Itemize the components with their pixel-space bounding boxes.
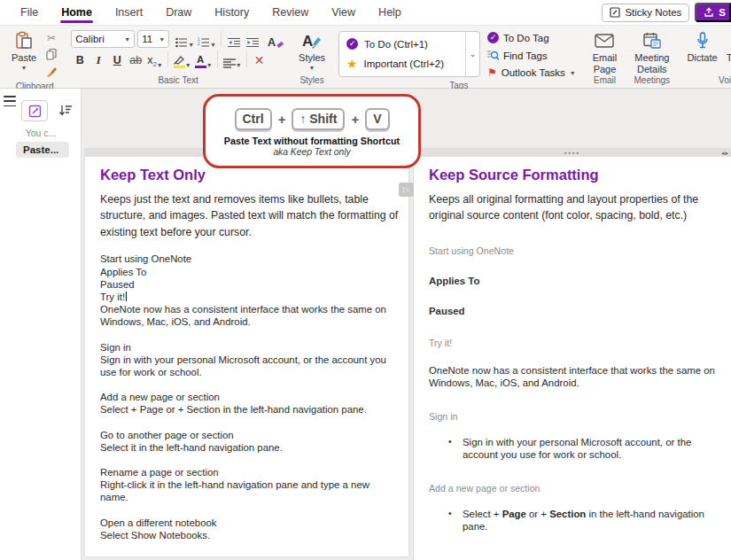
todo-check-icon: ✓ — [487, 32, 499, 43]
text-line[interactable]: Select + Page or + Section in the left-h… — [100, 403, 400, 416]
microphone-icon — [696, 31, 709, 51]
text-line[interactable]: Rename a page or section — [100, 466, 400, 478]
delete-button[interactable]: ✕ — [251, 51, 268, 68]
menu-tab-view[interactable]: View — [320, 2, 367, 24]
styles-icon: A — [302, 31, 322, 51]
clear-formatting-letter: A — [268, 37, 276, 49]
menu-tab-insert[interactable]: Insert — [104, 2, 154, 24]
highlighter-icon — [174, 55, 185, 65]
text-block[interactable]: •Select + Page or + Section in the left-… — [429, 508, 719, 533]
highlight-button[interactable]: ▼ — [172, 51, 192, 68]
todo-check-icon: ✓ — [346, 38, 358, 50]
text-line[interactable]: OneNote now has a consistent interface t… — [100, 303, 400, 328]
plus-sign: + — [351, 112, 359, 127]
text-line[interactable]: Sign in with your personal Microsoft acc… — [100, 354, 400, 378]
basic-text-row-2: B I U ab x 2 ▼ — [71, 51, 285, 68]
font-size-select[interactable]: 11 ▼ — [137, 30, 169, 48]
dictate-button[interactable]: Dictate — [682, 28, 721, 64]
font-size-value: 11 — [142, 34, 152, 44]
text-line[interactable]: Try it! — [100, 291, 400, 303]
section-heading[interactable]: Start using OneNote — [429, 245, 719, 256]
menu-tab-review[interactable]: Review — [261, 2, 320, 24]
transcribe-button[interactable]: Transcribe ▼ — [722, 28, 731, 71]
text-line[interactable]: Select Show Notebooks. — [100, 529, 400, 541]
email-page-button[interactable]: Email Page — [588, 28, 622, 74]
font-color-button[interactable]: A ▼ — [193, 51, 214, 68]
text-line[interactable]: Add a new page or section — [100, 391, 400, 403]
tag-gallery: ✓ To Do (Ctrl+1) ★ Important (Ctrl+2) ⌄ — [338, 31, 480, 77]
styles-button[interactable]: A Styles ▼ — [294, 28, 330, 71]
ribbon-group-meetings: Meeting Details Meetings — [626, 28, 677, 88]
italic-label: I — [97, 55, 101, 69]
highlight-color-bar — [174, 66, 185, 68]
chevron-down-icon: ▼ — [188, 42, 194, 48]
bullet-list-button[interactable]: ▼ — [174, 30, 195, 48]
increase-indent-button[interactable] — [244, 30, 261, 48]
underline-button[interactable]: U — [108, 51, 126, 68]
email-page-label: Email Page — [593, 52, 618, 74]
menu-tab-file[interactable]: File — [9, 2, 50, 24]
font-name-select[interactable]: Calibri ▼ — [71, 30, 135, 48]
menu-tab-draw[interactable]: Draw — [154, 2, 203, 24]
find-tags-button[interactable]: Find Tags — [487, 50, 576, 61]
menu-tab-history[interactable]: History — [203, 2, 261, 24]
bullet-icon: • — [448, 436, 463, 462]
menu-tab-help[interactable]: Help — [367, 2, 413, 24]
chevron-down-icon: ▼ — [157, 62, 163, 68]
menu-bar: FileHomeInsertDrawHistoryReviewViewHelp … — [0, 0, 731, 25]
tag-gallery-more-button[interactable]: ⌄ — [465, 32, 479, 76]
menubar-right: Sticky Notes S — [602, 3, 731, 22]
resize-handle-icon[interactable]: ◂▸ — [721, 150, 729, 156]
text-line[interactable]: Go to another page or section — [100, 429, 400, 441]
bold-button[interactable]: B — [71, 51, 89, 68]
sort-pages-button[interactable] — [58, 105, 73, 117]
text-line[interactable]: Sign in — [100, 341, 400, 354]
plain-text-body: Start using OneNoteApplies ToPausedTry i… — [100, 253, 400, 551]
todo-tag-button[interactable]: ✓ To Do Tag — [487, 32, 576, 43]
panel-drag-bar[interactable]: ▪▪▪▪ — [414, 149, 731, 157]
sticky-notes-button[interactable]: Sticky Notes — [602, 4, 689, 22]
meeting-details-button[interactable]: Meeting Details — [630, 28, 673, 74]
paragraph-alignment-button[interactable]: ▼ — [222, 51, 243, 68]
clear-formatting-button[interactable]: A — [266, 30, 285, 48]
tag-important[interactable]: ★ Important (Ctrl+2) — [345, 56, 460, 72]
page-item-truncated[interactable]: You c... — [0, 128, 82, 138]
chevron-down-icon: ▼ — [309, 65, 315, 71]
font-color-bar — [195, 66, 206, 68]
numbered-list-button[interactable]: 12 ▼ — [196, 30, 217, 48]
italic-button[interactable]: I — [89, 51, 107, 68]
paste-options-icon[interactable]: ▷ — [399, 183, 414, 197]
divider — [221, 31, 222, 47]
section-heading[interactable]: Add a new page or section — [429, 483, 719, 494]
paste-button[interactable]: Paste ▼ — [7, 28, 41, 71]
bullet-text: Sign in with your personal Microsoft acc… — [463, 436, 719, 462]
share-button[interactable]: S — [695, 3, 731, 22]
cut-icon[interactable]: ✂ — [43, 30, 60, 45]
text-line[interactable]: Select it in the left-hand navigation pa… — [100, 441, 400, 454]
section-heading[interactable]: Try it! — [429, 338, 719, 348]
meeting-details-label: Meeting Details — [634, 52, 669, 74]
copy-icon[interactable] — [43, 47, 60, 62]
tag-todo[interactable]: ✓ To Do (Ctrl+1) — [345, 36, 460, 51]
text-line[interactable]: Paused — [100, 278, 400, 291]
text-line[interactable]: Right-click it in the left-hand navigati… — [100, 478, 400, 503]
subscript-button[interactable]: x 2 ▼ — [145, 51, 164, 68]
format-painter-icon[interactable] — [43, 64, 60, 79]
text-block[interactable]: OneNote now has a consistent interface t… — [429, 364, 719, 390]
menu-tab-home[interactable]: Home — [50, 2, 104, 24]
text-block[interactable]: Applies To — [429, 276, 719, 286]
hamburger-menu-icon[interactable] — [4, 96, 16, 106]
text-block[interactable]: Paused — [429, 306, 719, 316]
text-paragraph: Open a different notebookSelect Show Not… — [100, 517, 400, 541]
outlook-tasks-button[interactable]: ⚑ Outlook Tasks ▼ — [487, 67, 576, 78]
text-block[interactable]: •Sign in with your personal Microsoft ac… — [429, 436, 719, 462]
decrease-indent-button[interactable] — [225, 30, 243, 48]
text-line[interactable]: Applies To — [100, 266, 400, 278]
page-item-selected[interactable]: Paste... — [16, 142, 69, 158]
text-line[interactable]: Start using OneNote — [100, 253, 400, 265]
new-page-button[interactable] — [21, 100, 48, 121]
text-line[interactable]: Open a different notebook — [100, 517, 400, 529]
strikethrough-button[interactable]: ab — [127, 51, 144, 68]
section-heading[interactable]: Sign in — [429, 411, 719, 422]
important-star-icon: ★ — [346, 58, 358, 70]
